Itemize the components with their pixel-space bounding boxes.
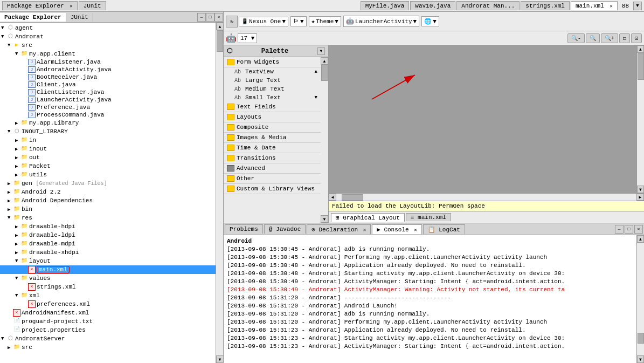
tab-main-xml-close[interactable]: ✕ [610, 4, 612, 9]
palette-section-images-media[interactable]: Images & Media [224, 133, 321, 143]
panel-maximize-btn[interactable]: □ [206, 13, 214, 22]
api-level-select[interactable]: 17 ▼ [238, 33, 257, 43]
bottom-panel-maximize[interactable]: □ [625, 225, 633, 234]
scroll-thumb[interactable] [217, 30, 223, 52]
tree-item-gen[interactable]: ▶ 📁 gen [Generated Java Files] [0, 179, 216, 188]
tree-item-myapplibrary[interactable]: ▶ 📁 my.app.Library [0, 119, 216, 127]
fit-screen-btn[interactable]: ◻ [619, 33, 630, 43]
tree-item-inout-library[interactable]: ▼ ⬡ INOUT_LIBRARY [0, 127, 216, 136]
console-scroll-up-btn[interactable]: ▲ [637, 235, 644, 243]
zoom-actual-btn[interactable]: 🔍 [586, 33, 600, 43]
panel-minimize-btn[interactable]: — [197, 13, 206, 22]
palette-minimize-btn[interactable]: ▼ [317, 47, 325, 55]
palette-section-form-widgets[interactable]: Form Widgets [224, 57, 321, 67]
right-v-scrollbar[interactable]: ▲ ▼ [636, 45, 644, 193]
tab-console[interactable]: ▶ Console ✕ [372, 224, 421, 234]
palette-section-layouts[interactable]: Layouts [224, 112, 321, 122]
bottom-panel-minimize[interactable]: — [615, 225, 624, 234]
right-h-scrollbar[interactable]: ◀ ▶ [329, 193, 644, 201]
right-scroll-down-btn[interactable]: ▼ [637, 186, 644, 193]
zoom-reset-btn[interactable]: ⊡ [631, 33, 642, 43]
nexus-one-dropdown[interactable]: 📱 Nexus One ▼ [239, 17, 288, 26]
target-dropdown[interactable]: 🌐 ▼ [421, 16, 439, 26]
palette-scrollbar[interactable]: ▲ ▼ [321, 57, 328, 223]
palette-scroll-down[interactable]: ▼ [315, 95, 317, 100]
tree-item-myappclient[interactable]: ▼ 📁 my.app.client [0, 50, 216, 58]
zoom-out-btn[interactable]: 🔍- [567, 33, 585, 43]
palette-section-advanced[interactable]: Advanced [224, 163, 321, 174]
tab-javadoc[interactable]: @ Javadoc [264, 224, 306, 234]
tree-arrow-myappclient[interactable]: ▼ [15, 51, 20, 57]
tab-package-explorer-close[interactable]: ✕ [70, 4, 72, 9]
tree-item-drawable-mdpi[interactable]: ▶ 📁 drawable-mdpi [0, 239, 216, 248]
right-scroll-track[interactable] [637, 53, 644, 186]
tree-item-agent[interactable]: ▼ ⬡ agent [0, 24, 216, 32]
locale-dropdown[interactable]: 🏳 ▼ [290, 16, 307, 26]
tree-arrow-myapplibrary[interactable]: ▶ [15, 120, 20, 126]
palette-item-large-text[interactable]: Ab Large Text [224, 76, 321, 85]
tab-androrat-man[interactable]: Androrat Man... [456, 1, 520, 10]
tab-declaration-close[interactable]: ✕ [363, 228, 366, 233]
tree-item-drawable-hdpi[interactable]: ▶ 📁 drawable-hdpi [0, 222, 216, 231]
tree-item-values[interactable]: ▼ 📁 values [0, 274, 216, 283]
tree-item-preferences-xml[interactable]: ▶ x preferences.xml [0, 300, 216, 309]
tree-item-layout[interactable]: ▼ 📁 layout [0, 257, 216, 265]
right-h-scroll-track[interactable] [336, 194, 636, 201]
palette-section-custom[interactable]: Custom & Library Views [224, 184, 321, 194]
tree-arrow-agent[interactable]: ▼ [1, 25, 6, 31]
tree-item-drawable-xhdpi[interactable]: ▶ 📁 drawable-xhdpi [0, 248, 216, 257]
theme-dropdown[interactable]: ★ Theme ▼ [309, 16, 341, 26]
console-scrollbar[interactable]: ▲ ▼ [636, 235, 644, 363]
tree-item-proguard[interactable]: ▶ 📄 proguard-project.txt [0, 317, 216, 326]
tab-menu-btn[interactable]: ▼ [633, 2, 642, 10]
console-scroll-thumb[interactable] [638, 333, 644, 344]
tree-item-android-deps[interactable]: ▶ 📁 Android Dependencies [0, 196, 216, 205]
tree-item-main-xml[interactable]: ▶ x main.xml [0, 265, 216, 274]
tree-item-androratserver-src[interactable]: ▶ 📁 src [0, 343, 216, 352]
scroll-down-btn[interactable]: ▼ [216, 355, 223, 363]
bottom-panel-close[interactable]: ✕ [634, 225, 643, 234]
tree-item-in[interactable]: ▶ 📁 in [0, 136, 216, 145]
tab-main-xml[interactable]: main.xml ✕ [571, 1, 618, 10]
tree-item-preference[interactable]: ▶ J Preference.java [0, 104, 216, 111]
palette-scroll-up[interactable]: ▲ [321, 57, 328, 65]
tree-item-inout[interactable]: ▶ 📁 inout [0, 145, 216, 153]
tree-item-launcheractivity[interactable]: ▶ J LauncherActivity.java [0, 96, 216, 104]
tree-item-client[interactable]: ▶ J Client.java [0, 81, 216, 88]
tree-item-alarmlistener[interactable]: ▶ J AlarmListener.java [0, 58, 216, 66]
palette-scroll-down[interactable]: ▼ [321, 215, 328, 223]
console-scroll-track[interactable] [637, 243, 644, 355]
palette-scroll-thumb[interactable] [321, 65, 328, 81]
tree-item-androratactivity[interactable]: ▶ J AndroratActivity.java [0, 66, 216, 73]
right-scroll-up-btn[interactable]: ▲ [637, 45, 644, 53]
tree-arrow-inout[interactable]: ▼ [8, 129, 13, 134]
palette-scroll-track[interactable] [321, 65, 328, 215]
tree-item-utils[interactable]: ▶ 📁 utils [0, 170, 216, 179]
rotate-btn[interactable]: ↻ [226, 16, 238, 28]
tree-item-bootreceiver[interactable]: ▶ J BootReceiver.java [0, 73, 216, 81]
palette-section-text-fields[interactable]: Text Fields [224, 102, 321, 112]
scroll-up-btn[interactable]: ▲ [216, 23, 223, 30]
tree-item-drawable-ldpi[interactable]: ▶ 📁 drawable-ldpi [0, 231, 216, 239]
tree-arrow-src[interactable]: ▼ [8, 43, 13, 48]
tree-item-src[interactable]: ▼ ▶ src [0, 41, 216, 50]
zoom-in-btn[interactable]: 🔍+ [601, 33, 618, 43]
tree-item-androrat[interactable]: ▼ ⬡ Androrat [0, 32, 216, 41]
palette-item-textview[interactable]: Ab TextView ▲ [224, 67, 321, 76]
panel-close-btn[interactable]: ✕ [214, 13, 223, 22]
panel-tab-junit[interactable]: JUnit [66, 13, 93, 22]
tab-myfile-java[interactable]: MyFile.java [361, 1, 410, 10]
tree-item-clientlistener[interactable]: ▶ J ClientListener.java [0, 88, 216, 96]
tab-problems[interactable]: Problems [225, 224, 263, 234]
palette-item-small-text[interactable]: Ab Small Text ▼ [224, 93, 321, 102]
palette-section-time-date[interactable]: Time & Date [224, 143, 321, 153]
tab-package-explorer[interactable]: Package Explorer ✕ [2, 1, 78, 10]
tree-arrow-androrat[interactable]: ▼ [1, 34, 6, 39]
tree-item-androratserver[interactable]: ▼ ⬡ AndroratServer [0, 334, 216, 343]
palette-section-composite[interactable]: Composite [224, 122, 321, 133]
palette-scroll-right[interactable]: ▲ [315, 69, 317, 74]
tab-strings-xml[interactable]: strings.xml [521, 1, 570, 10]
tab-logcat[interactable]: 📋 LogCat [423, 224, 465, 234]
panel-tab-package-explorer[interactable]: Package Explorer [0, 13, 66, 22]
palette-section-other[interactable]: Other [224, 174, 321, 184]
